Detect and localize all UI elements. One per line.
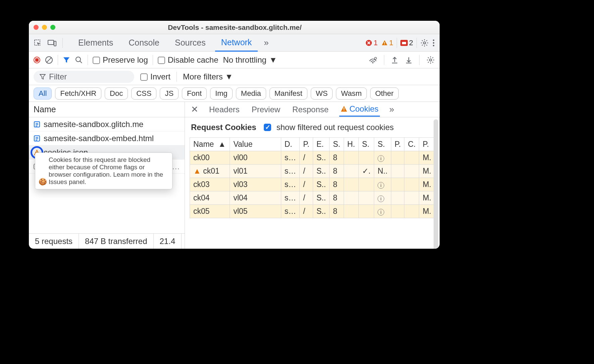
chip-css[interactable]: CSS <box>131 87 156 100</box>
col-httponly[interactable]: H. <box>344 138 358 151</box>
chip-ws[interactable]: WS <box>311 87 333 100</box>
col-path[interactable]: P. <box>300 138 313 151</box>
col-value[interactable]: Value <box>230 138 281 151</box>
warning-counter[interactable]: 1 <box>381 39 393 47</box>
col-priority[interactable]: P. <box>419 138 435 151</box>
issue-badge-icon <box>400 40 408 46</box>
svg-rect-32 <box>344 110 344 111</box>
request-detail-pane: ✕ Headers Preview Response Cookies » Req… <box>185 102 440 249</box>
svg-point-17 <box>375 57 377 59</box>
chip-img[interactable]: Img <box>210 87 233 100</box>
svg-line-15 <box>80 61 82 63</box>
svg-point-9 <box>433 39 434 41</box>
warning-triangle-icon <box>341 106 347 112</box>
chip-fetch-xhr[interactable]: Fetch/XHR <box>55 87 101 100</box>
cookie-row[interactable]: ck03vl03s…/S..8iM. <box>190 178 435 191</box>
kebab-menu-icon[interactable] <box>432 39 435 47</box>
svg-rect-31 <box>344 108 344 110</box>
svg-point-11 <box>433 45 434 46</box>
tab-network[interactable]: Network <box>215 34 258 52</box>
more-detail-tabs-icon[interactable]: » <box>389 104 394 115</box>
cookie-row[interactable]: ▲ ck01vl01s…/S..8✓.N..M. <box>190 165 435 178</box>
tab-headers[interactable]: Headers <box>208 103 241 116</box>
tab-console[interactable]: Console <box>122 35 165 51</box>
filter-toggle-icon[interactable] <box>63 56 70 64</box>
svg-rect-4 <box>384 42 385 44</box>
inspect-icon[interactable] <box>34 39 42 47</box>
col-expires[interactable]: E. <box>313 138 330 151</box>
titlebar: DevTools - samesite-sandbox.glitch.me/ <box>29 21 440 34</box>
clear-icon[interactable] <box>45 56 53 64</box>
cookie-blocked-tooltip: Cookies for this request are blocked eit… <box>35 153 172 189</box>
info-icon: i <box>378 182 384 189</box>
svg-point-16 <box>372 62 374 63</box>
chip-all[interactable]: All <box>34 87 52 100</box>
cookies-table: Name ▲ Value D. P. E. S. H. S. S. P. C. … <box>190 137 435 218</box>
network-settings-icon[interactable] <box>426 56 435 64</box>
status-time: 21.4 <box>154 234 182 249</box>
col-secure[interactable]: S. <box>358 138 374 151</box>
tab-elements[interactable]: Elements <box>72 35 119 51</box>
info-icon: i <box>378 195 384 202</box>
filter-row: Filter Invert More filters ▼ <box>29 68 440 85</box>
table-header-row: Name ▲ Value D. P. E. S. H. S. S. P. C. … <box>190 138 435 151</box>
warning-triangle-icon: ▲ <box>193 167 201 175</box>
invert-checkbox[interactable]: Invert <box>140 72 170 81</box>
network-conditions-icon[interactable] <box>368 56 377 64</box>
chip-wasm[interactable]: Wasm <box>336 87 367 100</box>
name-column-header[interactable]: Name <box>29 102 185 117</box>
tab-sources[interactable]: Sources <box>169 35 212 51</box>
show-filtered-checkbox[interactable]: show filtered out request cookies <box>264 123 394 132</box>
cookie-row[interactable]: ck00vl00s…/S..8iM. <box>190 151 435 165</box>
tab-cookies[interactable]: Cookies <box>339 102 380 117</box>
svg-point-10 <box>433 42 434 43</box>
panel-tabs: Elements Console Sources Network » 1 1 2 <box>29 34 440 52</box>
search-icon[interactable] <box>75 56 83 64</box>
chip-other[interactable]: Other <box>370 87 399 100</box>
section-title: Request Cookies <box>191 123 256 132</box>
more-filters-select[interactable]: More filters ▼ <box>183 72 233 81</box>
error-counter[interactable]: 1 <box>365 39 378 47</box>
detail-tabs: ✕ Headers Preview Response Cookies » <box>185 102 440 117</box>
devtools-window: DevTools - samesite-sandbox.glitch.me/ E… <box>29 21 440 249</box>
svg-point-20 <box>430 59 432 61</box>
col-samesite[interactable]: S. <box>374 138 391 151</box>
chip-font[interactable]: Font <box>182 87 207 100</box>
scrollbar[interactable] <box>434 119 438 249</box>
chip-manifest[interactable]: Manifest <box>269 87 307 100</box>
tab-preview[interactable]: Preview <box>250 103 282 116</box>
record-button[interactable] <box>34 57 40 63</box>
disable-cache-checkbox[interactable]: Disable cache <box>158 55 218 65</box>
document-icon <box>34 135 40 142</box>
col-crosssite[interactable]: C. <box>404 138 419 151</box>
request-row[interactable]: samesite-sandbox.glitch.me <box>29 117 185 131</box>
chip-js[interactable]: JS <box>160 87 179 100</box>
device-toolbar-icon[interactable] <box>48 39 56 47</box>
request-name: samesite-sandbox-embed.html <box>44 134 154 143</box>
svg-point-14 <box>76 57 81 62</box>
chip-doc[interactable]: Doc <box>105 87 128 100</box>
more-tabs-icon[interactable]: » <box>261 38 271 48</box>
export-har-icon[interactable] <box>391 56 398 64</box>
import-har-icon[interactable] <box>405 56 412 64</box>
col-name[interactable]: Name ▲ <box>190 138 230 151</box>
close-detail-icon[interactable]: ✕ <box>191 104 198 115</box>
preserve-log-checkbox[interactable]: Preserve log <box>93 55 148 65</box>
request-row[interactable]: samesite-sandbox-embed.html <box>29 131 185 145</box>
issues-counter[interactable]: 2 <box>400 39 413 47</box>
tab-response[interactable]: Response <box>291 103 330 116</box>
chip-media[interactable]: Media <box>236 87 266 100</box>
throttling-select[interactable]: No throttling ▼ <box>223 55 277 65</box>
svg-line-13 <box>47 58 51 62</box>
filter-input[interactable]: Filter <box>34 71 134 83</box>
settings-icon[interactable] <box>420 39 429 47</box>
col-size[interactable]: S. <box>330 138 344 151</box>
request-cookies-header: Request Cookies show filtered out reques… <box>185 117 440 137</box>
cookie-row[interactable]: ck05vl05s…/S..8iM. <box>190 205 435 218</box>
svg-rect-2 <box>54 41 56 46</box>
col-partition[interactable]: P. <box>391 138 404 151</box>
cookie-row[interactable]: ck04vl04s…/S..8iM. <box>190 191 435 205</box>
svg-rect-5 <box>384 44 385 45</box>
col-domain[interactable]: D. <box>281 138 300 151</box>
status-transferred: 847 B transferred <box>79 234 153 249</box>
